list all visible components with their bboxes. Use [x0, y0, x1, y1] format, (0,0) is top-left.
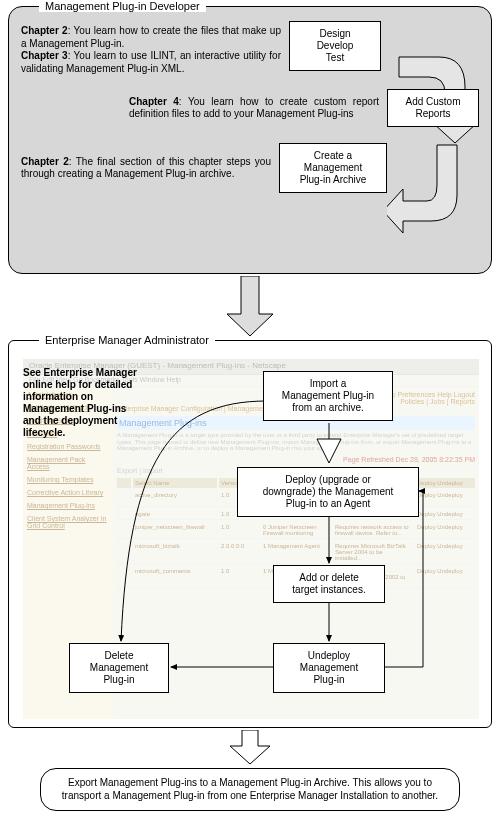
- developer-legend: Management Plug-in Developer: [39, 0, 206, 12]
- dev-row2-text: Chapter 4: You learn how to create custo…: [129, 92, 379, 125]
- delete-node: Delete Management Plug-in: [69, 643, 169, 693]
- ch3-label: Chapter 3: [21, 50, 68, 61]
- add-custom-reports-box: Add Custom Reports: [387, 89, 479, 127]
- design-develop-test-box: Design Develop Test: [289, 21, 381, 71]
- admin-help-text: See Enterprise Manager online help for d…: [23, 367, 143, 439]
- arrow-admin-to-export: [228, 730, 272, 766]
- addremove-node: Add or delete target instances.: [273, 565, 385, 603]
- ch2-label: Chapter 2: [21, 25, 68, 36]
- arrow-design-to-reports: [369, 27, 479, 147]
- dev-row3-text: Chapter 2: The final section of this cha…: [21, 152, 271, 185]
- admin-box: Enterprise Manager Administrator Oracle …: [8, 340, 492, 728]
- ch4-label: Chapter 4: [129, 96, 179, 107]
- undeploy-node: Undeploy Management Plug-in: [273, 643, 385, 693]
- dev-row1-text: Chapter 2: You learn how to create the f…: [21, 21, 281, 79]
- arrow-developer-to-admin: [225, 276, 275, 338]
- create-archive-box: Create a Management Plug-in Archive: [279, 143, 387, 193]
- deploy-node: Deploy (upgrade or downgrade) the Manage…: [237, 467, 419, 517]
- ch2b-label: Chapter 2: [21, 156, 69, 167]
- import-node: Import a Management Plug-in from an arch…: [263, 371, 393, 421]
- dev-row-2: Chapter 4: You learn how to create custo…: [21, 89, 479, 127]
- arrow-reports-to-archive: [387, 135, 497, 245]
- export-box: Export Management Plug-ins to a Manageme…: [40, 768, 460, 811]
- developer-box: Management Plug-in Developer Chapter 2: …: [8, 6, 492, 274]
